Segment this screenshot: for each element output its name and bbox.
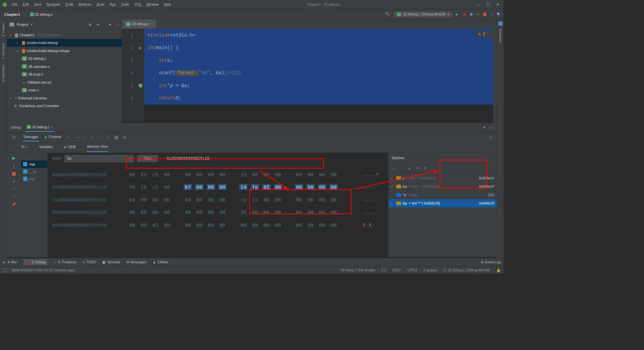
collapse-icon[interactable]: ⇥	[96, 22, 99, 27]
hide-icon[interactable]: ―	[490, 126, 493, 130]
goto-address-input[interactable]: ▾	[64, 155, 133, 162]
tree-file[interactable]: ▲ CMakeLists.txt	[7, 78, 122, 86]
project-view-dropdown[interactable]: ▾	[31, 22, 33, 26]
editor-tab[interactable]: c 02.debug.c ×	[122, 19, 156, 29]
frames-tab[interactable]: Fr ▾	[21, 143, 28, 151]
menu-edit[interactable]: Edit	[20, 2, 31, 8]
messages-toolwindow-tab[interactable]: ✉Messages	[126, 260, 147, 264]
menu-navigate[interactable]: Navigate	[44, 2, 63, 8]
debugger-tab[interactable]: Debugger	[23, 133, 39, 141]
step-over-icon[interactable]: ⤻	[76, 135, 79, 140]
profiler-icon[interactable]: ⟳	[477, 12, 480, 16]
step-out-icon[interactable]: ↑	[97, 135, 99, 140]
cmake-toolwindow-tab[interactable]: ▲CMake	[153, 260, 168, 264]
build-icon[interactable]: 🔨	[385, 12, 390, 17]
inspection-widget[interactable]: ⚠ 2 ˆˇ	[475, 31, 494, 37]
console-tab[interactable]: ▶Console	[44, 133, 61, 141]
line-gutter[interactable]: 1 2 3 4 5 6	[122, 29, 137, 120]
coverage-icon[interactable]: ⬢	[470, 12, 473, 16]
settings-icon[interactable]: ✦	[108, 22, 111, 27]
force-step-icon[interactable]: ↓	[91, 135, 93, 140]
tree-file[interactable]: c 02.debug.c	[7, 55, 122, 62]
evaluate-icon[interactable]: ▦	[114, 135, 118, 140]
locate-icon[interactable]: ⊕	[89, 22, 92, 27]
menu-code[interactable]: Code	[63, 2, 76, 8]
side-database-tab[interactable]: Database	[498, 27, 502, 44]
memory-view-tab[interactable]: Memory View	[87, 143, 108, 152]
database-icon[interactable]	[498, 21, 502, 26]
mute-breakpoints-icon[interactable]: ⊘	[12, 187, 15, 191]
run-to-cursor-icon[interactable]: →|	[104, 135, 110, 140]
memory-row[interactable]: 0x000000000065fe300000000000000000350000…	[52, 206, 383, 219]
memory-row[interactable]: 0x000000000065fe10f015c5006f00000014fe65…	[52, 181, 383, 193]
step-into-icon[interactable]: ↓	[84, 135, 86, 140]
layout-icon[interactable]: ▭	[490, 12, 493, 16]
breadcrumb-file[interactable]: 02.debug.c	[29, 12, 55, 17]
memory-row[interactable]: 0x000000000065fe405800410000000000000000…	[52, 219, 383, 231]
resume-icon[interactable]: ▶	[12, 155, 16, 161]
debug-toolwindow-tab[interactable]: 🐞5: Debug	[24, 259, 48, 265]
debug-icon[interactable]: 🐞	[462, 12, 467, 16]
frame-row[interactable]: mai	[21, 175, 48, 183]
frame-row[interactable]: __tm	[21, 168, 48, 175]
run-icon[interactable]: ▶	[456, 12, 459, 16]
memory-grid[interactable]: ✓ 0x000000000065fe006021c500000000001300…	[48, 165, 388, 257]
side-structure-tab[interactable]: 7: Structure	[1, 41, 5, 61]
rerun-icon[interactable]: ↻	[12, 134, 16, 140]
side-favorites-tab[interactable]: 2: Favorites	[1, 64, 5, 83]
project-tree[interactable]: ▾▇ Chapter1F:\C\Chapter1 ▸▇ cmake-build-…	[7, 30, 122, 110]
hide-icon[interactable]: ―	[116, 22, 119, 27]
todo-toolwindow-tab[interactable]: ≡TODO	[83, 260, 96, 264]
layout-icon[interactable]: ▭	[489, 135, 497, 139]
tree-external-libs[interactable]: ▸⫴ External Libraries	[7, 94, 122, 102]
tree-file[interactable]: c 08.loop.c	[7, 71, 122, 78]
tree-folder[interactable]: ▸▇ cmake-build-debug-mingw	[7, 47, 122, 54]
tree-file[interactable]: c 06.operator.c	[7, 62, 122, 70]
close-icon[interactable]: ✕	[496, 2, 499, 7]
menu-window[interactable]: Window	[144, 2, 161, 8]
run-gutter[interactable]: ▶	[137, 29, 144, 120]
problems-toolwindow-tab[interactable]: ⊘6: Problems	[54, 260, 76, 264]
memory-row[interactable]: 0x000000000065fe006021c50000000000130000…	[52, 168, 383, 181]
search-icon[interactable]: 🔍	[497, 12, 501, 16]
menu-vcs[interactable]: VCS	[132, 2, 144, 8]
dropdown-icon[interactable]: ▾	[126, 157, 133, 161]
menu-view[interactable]: View	[31, 2, 44, 8]
pin-icon[interactable]: 📌	[12, 202, 16, 206]
menu-file[interactable]: File	[9, 2, 20, 8]
run-line-icon[interactable]: ▶	[139, 46, 142, 50]
debug-session-tab[interactable]: c 02.debug.c ×	[25, 125, 55, 132]
view-button[interactable]: View	[138, 155, 158, 162]
project-title[interactable]: Project	[17, 22, 28, 27]
run-config-selector[interactable]: 02.debug.c | Debug-MinGW ▾	[394, 11, 452, 17]
close-icon[interactable]: ×	[51, 125, 53, 129]
breadcrumb-project[interactable]: Chapter1	[3, 12, 22, 17]
close-tab-icon[interactable]: ×	[151, 22, 153, 26]
tree-scratches[interactable]: ◩ Scratches and Consoles	[7, 102, 122, 110]
menu-help[interactable]: Help	[161, 2, 174, 8]
tree-file[interactable]: c main.c	[7, 86, 122, 94]
eventlog-tab[interactable]: ◔Event Log	[481, 260, 500, 264]
debug-settings-icon[interactable]: ✦	[483, 126, 486, 130]
gdb-tab[interactable]: ▶GDB	[64, 143, 76, 151]
minimize-icon[interactable]: ―	[476, 2, 480, 7]
editor-scrollbar[interactable]	[493, 29, 497, 123]
tree-folder[interactable]: ▸▇ cmake-build-debug	[7, 39, 122, 47]
frame-row[interactable]: mai	[21, 161, 48, 168]
source-code[interactable]: #include <stdio.h> int main() { int a; s…	[144, 29, 497, 120]
status-indent[interactable]: 2 spaces	[423, 268, 437, 272]
watch-row[interactable]: ▸&p = {int ** | 0x65fe18}0x65fe18	[388, 199, 497, 208]
view-breakpoints-icon[interactable]: ◉	[12, 179, 15, 183]
terminal-toolwindow-tab[interactable]: ▣Terminal	[102, 260, 120, 264]
lock-icon[interactable]: 🔒	[496, 268, 501, 272]
status-eol[interactable]: CRLF	[392, 268, 401, 272]
status-encoding[interactable]: UTF-8	[408, 268, 417, 272]
menu-tools[interactable]: Tools	[118, 2, 131, 8]
status-context[interactable]: C: 02.debug.c | Debug-MinGW	[443, 268, 490, 272]
status-position[interactable]: 1:1	[381, 268, 386, 272]
watch-row[interactable]: *p = {int}111	[388, 191, 497, 199]
side-project-tab[interactable]: 1: Project	[1, 21, 5, 38]
menu-build[interactable]: Build	[94, 2, 107, 8]
trace-icon[interactable]: ≣	[123, 135, 126, 140]
breakpoint-icon[interactable]	[139, 84, 143, 88]
